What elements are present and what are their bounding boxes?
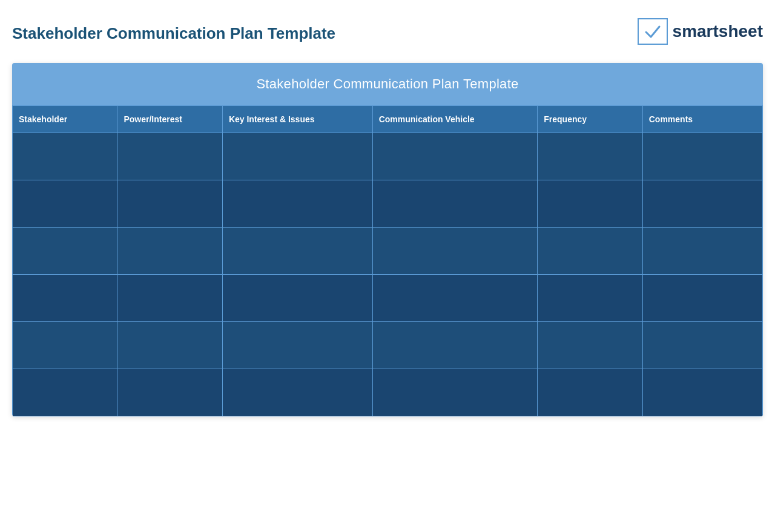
cell-comments[interactable]: [642, 275, 762, 322]
cell-comments[interactable]: [642, 180, 762, 228]
cell-power_interest[interactable]: [117, 133, 222, 180]
cell-key_interest_issues[interactable]: [222, 322, 372, 369]
col-header-comm-vehicle: Communication Vehicle: [372, 106, 538, 133]
col-header-comments: Comments: [642, 106, 762, 133]
cell-power_interest[interactable]: [117, 228, 222, 275]
cell-communication_vehicle[interactable]: [372, 275, 538, 322]
cell-frequency[interactable]: [538, 133, 642, 180]
main-table: Stakeholder Power/Interest Key Interest …: [12, 105, 763, 416]
cell-comments[interactable]: [642, 369, 762, 416]
col-header-stakeholder: Stakeholder: [13, 106, 117, 133]
header-area: Stakeholder Communication Plan Template …: [12, 18, 763, 45]
table-row[interactable]: [13, 275, 763, 322]
cell-communication_vehicle[interactable]: [372, 369, 538, 416]
page-title: Stakeholder Communication Plan Template: [12, 18, 335, 43]
smartsheet-logo-text: smartsheet: [673, 22, 763, 41]
cell-power_interest[interactable]: [117, 369, 222, 416]
table-row[interactable]: [13, 369, 763, 416]
cell-stakeholder[interactable]: [13, 369, 117, 416]
cell-power_interest[interactable]: [117, 180, 222, 228]
cell-key_interest_issues[interactable]: [222, 228, 372, 275]
cell-communication_vehicle[interactable]: [372, 133, 538, 180]
cell-comments[interactable]: [642, 133, 762, 180]
cell-key_interest_issues[interactable]: [222, 133, 372, 180]
page-container: Stakeholder Communication Plan Template …: [0, 0, 775, 532]
cell-power_interest[interactable]: [117, 275, 222, 322]
column-headers-row: Stakeholder Power/Interest Key Interest …: [13, 106, 763, 133]
smartsheet-logo-icon: [638, 18, 668, 45]
table-row[interactable]: [13, 322, 763, 369]
table-row[interactable]: [13, 180, 763, 228]
cell-comments[interactable]: [642, 322, 762, 369]
table-row[interactable]: [13, 228, 763, 275]
cell-stakeholder[interactable]: [13, 322, 117, 369]
cell-key_interest_issues[interactable]: [222, 180, 372, 228]
col-header-key-interest: Key Interest & Issues: [222, 106, 372, 133]
cell-frequency[interactable]: [538, 228, 642, 275]
logo-container: smartsheet: [638, 18, 763, 45]
cell-communication_vehicle[interactable]: [372, 180, 538, 228]
table-wrapper: Stakeholder Communication Plan Template …: [12, 63, 763, 416]
cell-stakeholder[interactable]: [13, 180, 117, 228]
cell-stakeholder[interactable]: [13, 275, 117, 322]
col-header-power: Power/Interest: [117, 106, 222, 133]
cell-frequency[interactable]: [538, 322, 642, 369]
cell-frequency[interactable]: [538, 275, 642, 322]
cell-frequency[interactable]: [538, 369, 642, 416]
cell-stakeholder[interactable]: [13, 228, 117, 275]
cell-frequency[interactable]: [538, 180, 642, 228]
table-row[interactable]: [13, 133, 763, 180]
col-header-frequency: Frequency: [538, 106, 642, 133]
table-banner: Stakeholder Communication Plan Template: [12, 63, 763, 105]
cell-communication_vehicle[interactable]: [372, 228, 538, 275]
cell-key_interest_issues[interactable]: [222, 369, 372, 416]
cell-comments[interactable]: [642, 228, 762, 275]
cell-stakeholder[interactable]: [13, 133, 117, 180]
cell-key_interest_issues[interactable]: [222, 275, 372, 322]
cell-communication_vehicle[interactable]: [372, 322, 538, 369]
cell-power_interest[interactable]: [117, 322, 222, 369]
table-body: [13, 133, 763, 416]
table-banner-title: Stakeholder Communication Plan Template: [256, 76, 518, 91]
